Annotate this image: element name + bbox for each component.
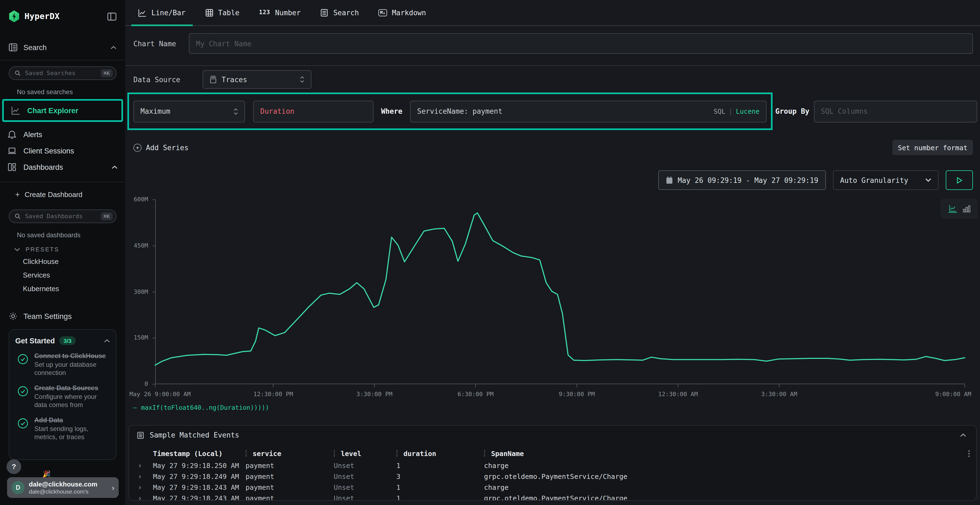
aggregation-select[interactable]: Maximum [134,100,245,122]
select-chevrons-icon [234,108,238,114]
sidebar-item-dashboards[interactable]: Dashboards [0,159,125,175]
lucene-toggle[interactable]: Lucene [736,108,759,115]
laptop-icon [8,146,16,155]
set-number-format-button[interactable]: Set number format [892,140,973,155]
number-icon: 123 [259,9,270,15]
sidebar-item-alerts[interactable]: Alerts [0,126,125,143]
chart-name-field[interactable] [189,33,973,54]
chart-type-tabs: Line/Bar Table 123 Number Search M↓ Mark… [125,0,980,26]
sidebar-item-label: Chart Explorer [27,106,114,114]
get-started-item-desc: Set up your database connection [34,361,110,377]
column-resize-handle[interactable] [334,450,335,457]
tab-number[interactable]: 123 Number [252,0,308,25]
preset-item-services[interactable]: Services [23,271,116,280]
annotation-box-chart-explorer: Chart Explorer [2,99,123,122]
kebab-menu-icon[interactable]: ⋮ [958,449,973,458]
data-source-value: Traces [221,75,247,84]
chevron-up-icon[interactable] [104,339,110,343]
add-series-button[interactable]: + Add Series [134,143,189,152]
chart-toolbar: May 26 09:29:19 - May 27 09:29:19 Auto G… [125,170,973,190]
tab-line-bar[interactable]: Line/Bar [131,0,192,25]
tab-markdown[interactable]: M↓ Markdown [371,0,433,25]
chart-legend[interactable]: — maxIf(toFloat640..ng(Duration))))) [133,404,269,411]
y-tick-label: 0 [145,380,148,387]
tab-search[interactable]: Search [313,0,366,25]
date-range-picker[interactable]: May 26 09:29:19 - May 27 09:29:19 [658,170,826,190]
data-source-label: Data Source [134,75,202,84]
table-row[interactable]: ›May 27 9:29:18.250 AMpaymentUnset1charg… [129,460,976,471]
column-header-service[interactable]: service [245,449,334,457]
chart-name-input[interactable] [196,40,966,48]
table-row[interactable]: ›May 27 9:29:18.249 AMpaymentUnset3grpc.… [129,471,976,481]
divider [125,65,980,66]
saved-searches-input[interactable]: Saved Searches ⌘K [9,67,116,80]
divider [0,60,125,60]
get-started-item[interactable]: Create Data Sources Configure where your… [15,384,110,409]
query-language-toggle[interactable]: SQL|Lucene [713,108,759,115]
table-row[interactable]: ›May 27 9:29:18.243 AMpaymentUnset1grpc.… [129,492,976,501]
confetti-emoji: 🎉 [43,470,51,478]
cell-duration: 1 [396,483,484,491]
line-style-icon[interactable] [948,205,957,213]
sidebar-item-team-settings[interactable]: Team Settings [0,310,125,322]
column-resize-handle[interactable] [245,450,247,457]
column-header-duration[interactable]: duration [396,449,484,457]
tab-label: Line/Bar [151,8,185,17]
get-started-item-title: Create Data Sources [34,384,110,392]
sidebar-item-client-sessions[interactable]: Client Sessions [0,143,125,159]
cell-timestamp: May 27 9:29:18.243 AM [153,483,245,491]
bar-style-icon[interactable] [962,205,970,213]
where-field[interactable]: ServiceName: payment SQL|Lucene [410,100,767,122]
row-expand-icon[interactable]: › [135,494,153,501]
tab-table[interactable]: Table [198,0,247,25]
collapse-chevron-icon[interactable] [960,433,966,437]
column-header-level[interactable]: level [334,449,396,457]
events-column-headers: Timestamp (Local) service level duration… [129,447,976,460]
field-select[interactable]: Duration [253,100,374,122]
sidebar-item-search[interactable]: Search [0,41,125,53]
cell-service: payment [245,483,334,491]
sidebar: HyperDX Search Saved Searches ⌘K No save… [0,0,125,505]
preset-item-kubernetes[interactable]: Kubernetes [23,284,116,293]
check-circle-icon [18,354,28,365]
x-tick-label: 9:30:00 PM [559,391,595,398]
collapse-sidebar-icon[interactable] [107,12,116,21]
sql-toggle[interactable]: SQL [713,108,725,115]
get-started-item[interactable]: Connect to ClickHouse Set up your databa… [15,352,110,377]
column-resize-handle[interactable] [396,450,398,457]
calendar-icon [666,176,673,184]
line-chart-plot[interactable] [152,197,968,389]
column-resize-handle[interactable] [484,450,485,457]
create-dashboard-button[interactable]: + Create Dashboard [0,189,125,199]
user-menu[interactable]: D dale@clickhouse.com dale@clickhouse.co… [7,477,119,498]
group-by-field[interactable] [814,100,977,122]
sample-matched-events-panel: Sample Matched Events Timestamp (Local) … [129,425,977,501]
presets-toggle[interactable]: PRESETS [14,246,116,252]
presets-label: PRESETS [25,246,59,252]
annotation-box-series: Maximum Duration Where ServiceName: paym… [127,92,773,130]
group-by-input[interactable] [821,107,970,115]
tab-label: Number [275,8,301,17]
row-expand-icon[interactable]: › [135,472,153,480]
run-query-button[interactable] [946,170,973,190]
preset-item-clickhouse[interactable]: ClickHouse [23,257,116,266]
column-header-spanname[interactable]: SpanName [484,449,958,457]
get-started-item[interactable]: Add Data Start sending logs, metrics, or… [15,416,110,441]
chevron-right-icon: › [112,483,115,492]
select-chevrons-icon [300,76,304,83]
where-label: Where [381,107,402,115]
sidebar-item-label: Search [24,43,111,51]
table-row[interactable]: ›May 27 9:29:18.243 AMpaymentUnset1charg… [129,481,976,492]
data-source-select[interactable]: Traces [202,70,312,89]
events-header: Sample Matched Events [129,426,976,442]
column-header-timestamp[interactable]: Timestamp (Local) [153,449,245,457]
x-tick-label: May 26 9:00:00 AM [129,391,191,398]
saved-dashboards-input[interactable]: Saved Dashboards ⌘K [9,210,116,223]
granularity-value: Auto Granularity [840,176,908,184]
row-expand-icon[interactable]: › [135,461,153,469]
row-expand-icon[interactable]: › [135,483,153,491]
granularity-select[interactable]: Auto Granularity [833,170,939,190]
sidebar-item-chart-explorer[interactable]: Chart Explorer [4,101,121,120]
get-started-item-desc: Start sending logs, metrics, or traces [34,425,110,441]
help-button[interactable]: ? [6,459,21,474]
